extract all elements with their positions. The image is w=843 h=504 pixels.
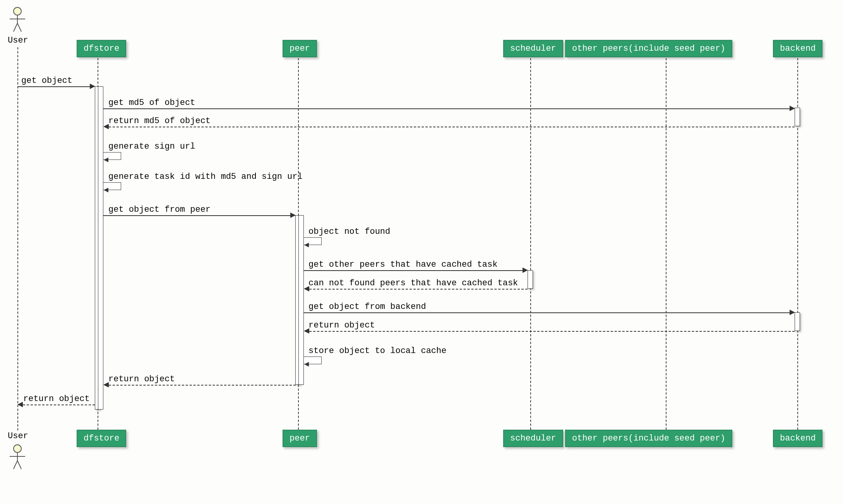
- participant-scheduler-bottom: scheduler: [503, 430, 563, 447]
- actor-user-label-bottom: User: [8, 431, 28, 441]
- arrow-get-obj-peer: [290, 213, 296, 218]
- msg-not-found: object not found: [308, 227, 390, 237]
- line-get-other-peers: [304, 270, 527, 271]
- actor-user-body-top: [17, 15, 18, 23]
- msg-return-md5: return md5 of object: [108, 116, 211, 126]
- arrow-return-obj-peer: [103, 382, 109, 387]
- arrow-return-obj-user: [17, 402, 23, 407]
- msg-store-cache: store object to local cache: [308, 346, 446, 356]
- line-return-obj-backend: [309, 331, 795, 332]
- actor-user-head-bottom: [13, 444, 22, 453]
- participant-dfstore-bottom: dfstore: [77, 430, 126, 447]
- arrow-get-other-peers: [523, 267, 528, 273]
- line-return-obj-peer: [109, 385, 296, 386]
- participant-peer-bottom: peer: [283, 430, 317, 447]
- actor-user-label-top: User: [8, 36, 28, 45]
- actor-user-legr-top: [17, 23, 22, 32]
- arrow-gen-task-id: [104, 188, 108, 192]
- line-get-obj-peer: [103, 215, 295, 216]
- line-get-backend: [304, 312, 794, 313]
- arrow-gen-sign-url: [104, 158, 108, 162]
- msg-get-obj-peer: get object from peer: [108, 205, 211, 214]
- participant-backend-top: backend: [773, 40, 822, 57]
- msg-return-obj-user: return object: [23, 394, 90, 404]
- line-get-object: [18, 86, 94, 87]
- line-no-peers: [309, 289, 528, 290]
- activation-peer-inner: [298, 215, 304, 385]
- participant-scheduler-top: scheduler: [503, 40, 563, 57]
- arrow-not-found: [304, 243, 309, 247]
- arrow-get-md5: [790, 106, 795, 111]
- line-return-md5: [109, 127, 795, 127]
- arrow-store-cache: [304, 362, 309, 367]
- arrow-get-object: [90, 84, 95, 89]
- msg-get-object: get object: [21, 76, 72, 86]
- activation-backend-2: [795, 312, 800, 331]
- arrow-no-peers: [304, 286, 309, 291]
- msg-get-other-peers: get other peers that have cached task: [308, 260, 497, 269]
- actor-user-legl-top: [13, 23, 18, 32]
- lifeline-user: [17, 47, 18, 430]
- msg-return-obj-backend: return object: [308, 321, 375, 330]
- activation-backend-1: [795, 108, 800, 126]
- participant-other-peers-bottom: other peers(include seed peer): [565, 430, 732, 447]
- sequence-diagram: User dfstore peer scheduler other peers(…: [0, 0, 843, 504]
- arrow-return-obj-backend: [304, 328, 309, 334]
- participant-other-peers-top: other peers(include seed peer): [565, 40, 732, 57]
- arrow-get-backend: [790, 310, 795, 315]
- msg-no-peers: can not found peers that have cached tas…: [308, 278, 518, 288]
- msg-gen-task-id: generate task id with md5 and sign url: [108, 172, 303, 182]
- actor-user-legr-bottom: [17, 461, 22, 470]
- participant-peer-top: peer: [283, 40, 317, 57]
- line-get-md5: [103, 108, 794, 109]
- msg-gen-sign-url: generate sign url: [108, 142, 195, 151]
- actor-user-arms-top: [10, 19, 25, 19]
- participant-dfstore-top: dfstore: [77, 40, 126, 57]
- activation-dfstore-inner: [98, 86, 103, 410]
- actor-user-legl-bottom: [13, 461, 18, 470]
- participant-backend-bottom: backend: [773, 430, 822, 447]
- msg-get-backend: get object from backend: [308, 302, 426, 312]
- line-return-obj-user: [23, 405, 95, 405]
- actor-user-arms-bottom: [10, 456, 25, 457]
- lifeline-scheduler: [530, 58, 531, 430]
- actor-user-head-top: [13, 7, 22, 15]
- lifeline-other-peers: [666, 58, 667, 430]
- arrow-return-md5: [103, 124, 109, 129]
- msg-get-md5: get md5 of object: [108, 98, 195, 108]
- activation-scheduler: [528, 270, 533, 289]
- msg-return-obj-peer: return object: [108, 374, 175, 384]
- actor-user-body-bottom: [17, 453, 18, 461]
